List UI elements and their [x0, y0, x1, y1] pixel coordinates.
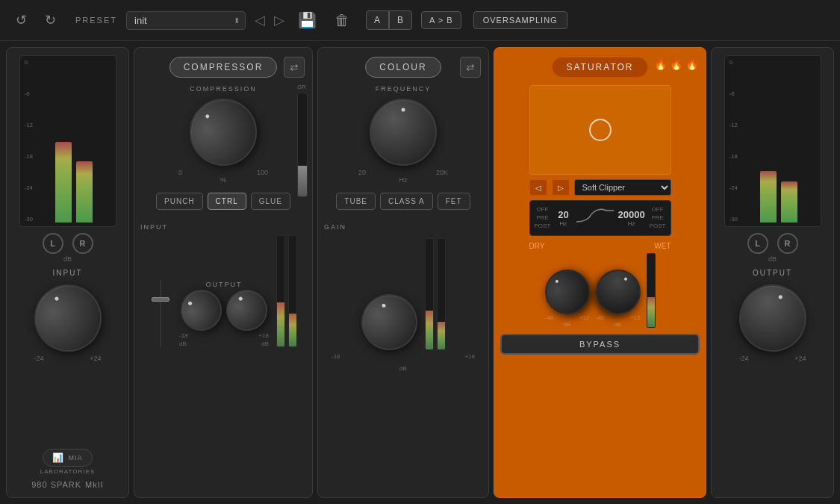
- dry-knob-group: -48 +12 dB: [545, 270, 590, 328]
- class-a-button[interactable]: CLASS A: [380, 193, 433, 210]
- compressor-input-knob[interactable]: [173, 282, 229, 338]
- bypass-button[interactable]: BYPASS: [500, 334, 700, 355]
- output-label: OUTPUT: [753, 269, 792, 277]
- output-knob-labels: -24 +24: [739, 355, 806, 362]
- sat-left-off-pre-post: OFF PRE POST: [535, 205, 551, 231]
- sat-low-freq: 20 Hz: [555, 209, 571, 227]
- preset-next-button[interactable]: ▷: [274, 12, 284, 28]
- compressor-io-section: INPUT OUTPUT: [140, 219, 306, 347]
- saturator-title-button[interactable]: SATURATOR: [552, 57, 647, 78]
- compressor-output-group: OUTPUT -18 +18 dB: [179, 273, 269, 347]
- redo-button[interactable]: ↻: [40, 9, 60, 31]
- preset-prev-button[interactable]: ◁: [255, 12, 265, 28]
- gr-meter-fill: [298, 166, 307, 196]
- compressor-db-labels: dB dB: [179, 340, 269, 347]
- compressor-input-fader-group: [149, 280, 172, 347]
- dry-knob-range: -48 +12: [545, 314, 590, 321]
- compression-knob-dot: [205, 113, 210, 119]
- saturator-display: [529, 85, 671, 175]
- saturator-prev-button[interactable]: ◁: [529, 179, 547, 196]
- undo-button[interactable]: ↺: [11, 9, 31, 31]
- compressor-meter-2: [288, 235, 297, 347]
- saturator-meter: [647, 253, 656, 328]
- wet-knob-dot: [623, 277, 627, 281]
- brand-sub-text: LABORATORIES: [40, 468, 96, 475]
- wet-knob[interactable]: [588, 261, 649, 323]
- colour-meter-1: [425, 238, 434, 350]
- sat-high-freq: 20000 Hz: [618, 209, 645, 227]
- output-knob-container: -24 +24: [739, 284, 806, 362]
- ab-b-button[interactable]: B: [389, 10, 412, 30]
- input-meter: 0 -6 -12 -18 -24 -30: [19, 55, 116, 227]
- compressor-input-thumb[interactable]: [152, 297, 169, 302]
- output-l-badge: L: [747, 233, 768, 254]
- colour-mode-buttons: TUBE CLASS A FET: [336, 193, 470, 210]
- compressor-db-range: -18 +18: [179, 332, 269, 339]
- colour-panel: COLOUR ⇄ FREQUENCY 20 20K Hz TUBE CLASS …: [317, 47, 489, 498]
- ctrl-button[interactable]: CTRL: [208, 193, 246, 210]
- compressor-output-knob-dot: [237, 296, 243, 301]
- compressor-input-label: INPUT: [140, 223, 168, 231]
- brand-badge: 📊 MIA: [43, 449, 92, 467]
- colour-title-button[interactable]: COLOUR: [365, 57, 441, 78]
- output-knob[interactable]: [729, 275, 815, 361]
- glue-button[interactable]: GLUE: [251, 193, 290, 210]
- fet-button[interactable]: FET: [438, 193, 470, 210]
- colour-swap-button[interactable]: ⇄: [460, 57, 481, 78]
- compression-range: 0 100: [178, 169, 268, 176]
- frequency-knob[interactable]: [370, 99, 437, 166]
- brand-icon: 📊: [52, 452, 63, 463]
- compressor-output-knobs: [181, 290, 267, 331]
- output-meter-bar-r: [781, 181, 797, 223]
- compressor-panel: COMPRESSOR ⇄ COMPRESSION 0 100 % GR PUNC…: [134, 47, 313, 498]
- input-r-badge: R: [72, 233, 93, 254]
- output-r-badge: R: [777, 233, 798, 254]
- punch-button[interactable]: PUNCH: [156, 193, 203, 210]
- compression-knob[interactable]: [175, 84, 270, 179]
- gain-label: GAIN: [324, 223, 346, 231]
- gain-knob[interactable]: [353, 286, 425, 358]
- saturator-panel: SATURATOR 🔥 🔥 🔥 ◁ ▷ Soft Clipper Hard Cl…: [494, 47, 706, 498]
- saturator-mode-select[interactable]: Soft Clipper Hard Clipper Tape Tube: [574, 179, 671, 196]
- saturator-next-button[interactable]: ▷: [552, 179, 570, 196]
- tube-button[interactable]: TUBE: [336, 193, 376, 210]
- saturator-dry-wet: DRY WET -48 +12 dB: [529, 242, 671, 328]
- saturator-freq-curve: [576, 207, 614, 229]
- input-db-label: dB: [63, 255, 72, 263]
- compressor-output-label: OUTPUT: [206, 281, 243, 288]
- save-button[interactable]: 💾: [293, 10, 321, 31]
- preset-select[interactable]: init: [126, 11, 246, 30]
- dry-db-label: dB: [564, 321, 571, 328]
- saturator-nav: ◁ ▷ Soft Clipper Hard Clipper Tape Tube: [529, 179, 671, 196]
- compressor-swap-button[interactable]: ⇄: [284, 57, 305, 78]
- sat-right-off-pre-post: OFF PRE POST: [650, 205, 666, 231]
- compressor-mode-buttons: PUNCH CTRL GLUE: [156, 193, 290, 210]
- oversampling-button[interactable]: OVERSAMPLING: [473, 11, 567, 29]
- ab-compare-button[interactable]: A > B: [421, 11, 461, 29]
- input-lr-badges: L R: [43, 233, 93, 254]
- output-knob-dot: [778, 295, 783, 299]
- output-meter-scale: 0 -6 -12 -18 -24 -30: [729, 60, 738, 223]
- compressor-title-button[interactable]: COMPRESSOR: [169, 57, 278, 78]
- frequency-knob-dot: [402, 108, 405, 112]
- brand-logo: 📊 MIA LABORATORIES 980 SPARK MkII: [31, 441, 104, 490]
- input-knob-dot: [54, 296, 59, 302]
- input-meter-bar-r: [76, 161, 93, 223]
- frequency-range: 20 20K: [358, 169, 448, 176]
- brand-mia-text: MIA: [68, 454, 82, 461]
- compressor-output-knob[interactable]: [219, 282, 275, 338]
- dry-knob-dot: [555, 279, 559, 284]
- colour-vert-meters: [425, 238, 446, 350]
- colour-gain-section: GAIN -18 +18 dB: [324, 219, 482, 373]
- compressor-input-fader[interactable]: [149, 280, 172, 347]
- saturator-flames: 🔥 🔥 🔥: [654, 58, 698, 70]
- saturator-freq-controls: OFF PRE POST 20 Hz 20000 Hz OFF PRE POST: [529, 200, 671, 236]
- input-knob[interactable]: [22, 273, 113, 364]
- trash-button[interactable]: 🗑: [330, 10, 354, 31]
- sat-dw-labels: DRY WET: [529, 242, 671, 250]
- ab-a-button[interactable]: A: [366, 10, 389, 30]
- input-label: INPUT: [53, 269, 83, 277]
- colour-meter-2: [437, 238, 446, 350]
- sat-knobs-area: -48 +12 dB -48 +12 dB: [529, 253, 671, 328]
- output-db-label: dB: [768, 255, 777, 263]
